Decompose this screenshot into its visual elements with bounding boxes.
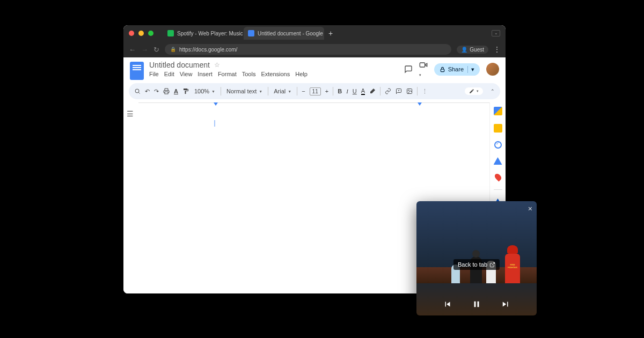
new-tab-button[interactable]: + [324,29,337,38]
outline-panel: ☰ [123,102,138,293]
share-label: Share [448,66,464,72]
outline-icon[interactable]: ☰ [127,109,134,118]
firefighter-label: FIRE FIGHTER [506,263,519,269]
toolbar: ↶ ↷ A 100%▼ Normal text▼ Arial▼ − 11 + B… [129,83,500,99]
expand-tabs-icon[interactable]: ⌄ [492,30,500,36]
comments-icon[interactable] [404,65,413,74]
window-minimize[interactable] [138,31,144,36]
svg-rect-3 [165,92,168,94]
url-bar: ← → ↻ 🔒 https://docs.google.com/ 👤 Guest… [123,41,506,57]
font-size-increase[interactable]: + [325,88,328,94]
header-actions: ▾ Share ▾ [404,61,499,78]
pip-controls [416,299,537,309]
browser-menu-icon[interactable]: ⋮ [494,46,500,53]
tab-label: Untitled document - Google D... [258,31,324,36]
forward-button[interactable]: → [141,46,148,54]
collapse-toolbar-icon[interactable]: ⌃ [491,89,495,94]
menu-extensions[interactable]: Extensions [261,71,290,77]
menu-help[interactable]: Help [295,71,308,77]
tasks-icon[interactable] [494,141,502,149]
back-button[interactable]: ← [129,46,136,54]
pause-icon[interactable] [472,299,481,309]
guest-label: Guest [470,47,484,53]
search-icon[interactable] [134,88,141,94]
tab-spotify[interactable]: Spotify - Web Player: Music f... × [163,27,244,40]
menu-insert[interactable]: Insert [197,71,213,77]
font-dropdown[interactable]: Arial▼ [273,88,292,94]
comment-icon[interactable] [396,88,402,94]
spellcheck-icon[interactable]: A [174,88,178,94]
previous-track-icon[interactable] [443,299,452,309]
meet-icon[interactable]: ▾ [419,61,428,78]
menu-format[interactable]: Format [218,71,237,77]
star-icon[interactable]: ☆ [214,61,220,69]
italic-button[interactable]: I [346,88,348,94]
text-color-button[interactable]: A [361,87,365,95]
video-figure-firefighter: FIRE FIGHTER [505,254,520,283]
paint-format-icon[interactable] [182,88,189,94]
keep-icon[interactable] [494,124,502,133]
menu-tools[interactable]: Tools [242,71,256,77]
url-text: https://docs.google.com/ [179,47,237,53]
svg-point-2 [135,89,139,93]
bold-button[interactable]: B [338,88,342,94]
text-cursor [214,120,215,127]
underline-button[interactable]: U [353,88,357,94]
menubar: File Edit View Insert Format Tools Exten… [149,71,399,77]
person-icon: 👤 [461,47,467,53]
guest-profile[interactable]: 👤 Guest [457,46,488,54]
share-dropdown-icon[interactable]: ▾ [467,66,474,73]
docs-logo-icon[interactable] [130,62,144,80]
undo-icon[interactable]: ↶ [145,88,150,95]
menu-file[interactable]: File [149,71,159,77]
svg-rect-0 [420,63,425,67]
menu-edit[interactable]: Edit [164,71,174,77]
highlight-button[interactable] [369,88,376,94]
more-icon[interactable]: ⋮ [422,88,428,95]
contacts-icon[interactable] [494,157,502,165]
tab-label: Spotify - Web Player: Music f... [177,31,244,36]
zoom-dropdown[interactable]: 100%▼ [193,88,216,94]
maps-icon[interactable] [493,173,502,182]
redo-icon[interactable]: ↷ [154,88,159,95]
tab-docs[interactable]: Untitled document - Google D... × [244,27,324,40]
ruler-indent-left[interactable] [214,102,218,106]
style-dropdown[interactable]: Normal text▼ [225,88,264,94]
back-to-tab-button[interactable]: Back to tab [453,259,500,270]
picture-in-picture-window[interactable]: × FIRE FIGHTER Back to tab [416,201,537,315]
window-maximize[interactable] [148,31,153,36]
svg-point-5 [408,90,409,91]
svg-rect-1 [441,69,444,72]
close-icon[interactable]: × [528,204,532,213]
separator [494,189,502,190]
link-icon[interactable] [385,88,391,94]
document-title[interactable]: Untitled document [149,61,210,69]
reload-button[interactable]: ↻ [153,46,159,54]
svg-rect-6 [474,302,476,307]
window-close[interactable] [129,31,134,36]
font-size-decrease[interactable]: − [302,88,305,94]
address-bar[interactable]: 🔒 https://docs.google.com/ [165,44,451,55]
next-track-icon[interactable] [501,299,510,309]
titlebar: Spotify - Web Player: Music f... × Untit… [123,25,506,41]
ruler-indent-right[interactable] [418,102,422,106]
print-icon[interactable] [163,88,170,94]
lock-icon: 🔒 [170,47,176,52]
avatar[interactable] [486,63,499,76]
tab-strip: Spotify - Web Player: Music f... × Untit… [163,27,487,40]
share-button[interactable]: Share ▾ [434,63,480,76]
font-size-input[interactable]: 11 [310,87,321,95]
docs-icon [248,30,254,36]
calendar-icon[interactable] [494,107,502,115]
svg-rect-7 [478,302,479,307]
spotify-icon [167,30,174,36]
back-to-tab-label: Back to tab [458,261,487,268]
menu-view[interactable]: View [180,71,193,77]
edit-mode-button[interactable]: ▾ [465,87,483,95]
docs-header: Untitled document ☆ File Edit View Inser… [123,57,506,80]
image-icon[interactable] [406,88,413,94]
